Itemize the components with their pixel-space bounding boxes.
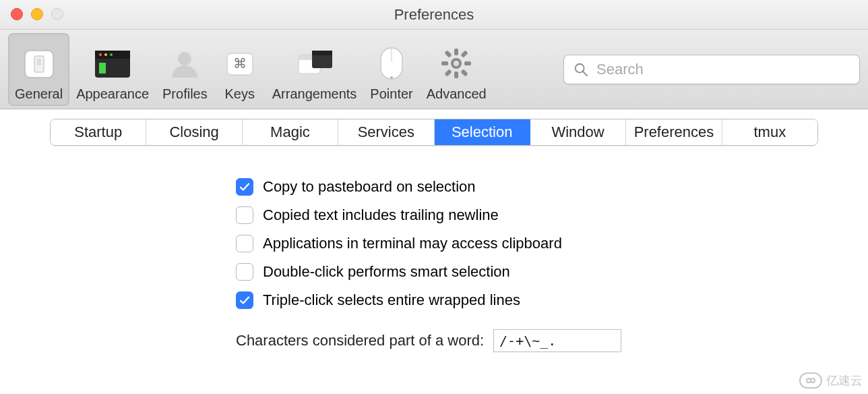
toolbar-item-appearance[interactable]: Appearance xyxy=(69,33,156,106)
tab-services[interactable]: Services xyxy=(338,119,434,145)
titlebar: Preferences xyxy=(0,0,868,30)
general-icon xyxy=(20,45,58,82)
tab-preferences[interactable]: Preferences xyxy=(626,119,722,145)
option-label: Triple-click selects entire wrapped line… xyxy=(263,291,520,309)
search-input[interactable] xyxy=(595,60,850,79)
tab-magic[interactable]: Magic xyxy=(243,119,338,145)
tab-label: Preferences xyxy=(634,123,714,141)
window-title: Preferences xyxy=(394,6,474,24)
svg-line-30 xyxy=(583,71,587,75)
toolbar-item-keys[interactable]: ⌘ Keys xyxy=(214,33,266,106)
svg-rect-8 xyxy=(99,63,106,74)
svg-rect-24 xyxy=(445,50,452,57)
svg-point-6 xyxy=(104,53,107,56)
toolbar-label: Keys xyxy=(225,86,255,102)
toolbar-item-pointer[interactable]: Pointer xyxy=(363,33,419,106)
tab-label: tmux xyxy=(753,123,786,141)
toolbar-label: Profiles xyxy=(162,86,208,102)
svg-point-18 xyxy=(390,76,393,79)
appearance-icon xyxy=(94,45,131,82)
svg-rect-21 xyxy=(454,72,458,78)
option-label: Copied text includes trailing newline xyxy=(263,206,499,224)
checkbox-trailing-newline[interactable] xyxy=(236,206,253,224)
svg-point-7 xyxy=(110,53,113,56)
checkbox-triple-click-wrapped[interactable] xyxy=(236,291,253,309)
svg-rect-26 xyxy=(461,50,468,57)
svg-rect-25 xyxy=(461,69,468,76)
selection-pane: Copy to pasteboard on selection Copied t… xyxy=(0,146,868,352)
checkbox-apps-access-clipboard[interactable] xyxy=(236,235,253,252)
tab-label: Startup xyxy=(74,123,122,141)
pointer-icon xyxy=(373,45,410,82)
zoom-window-button[interactable] xyxy=(51,8,63,20)
close-window-button[interactable] xyxy=(11,8,23,20)
minimize-window-button[interactable] xyxy=(31,8,43,20)
window-controls xyxy=(11,8,63,20)
word-chars-input[interactable] xyxy=(493,329,621,352)
svg-rect-20 xyxy=(454,49,458,55)
general-subtabs: Startup Closing Magic Services Selection… xyxy=(50,119,818,146)
toolbar-item-advanced[interactable]: Advanced xyxy=(420,33,493,106)
tab-startup[interactable]: Startup xyxy=(51,119,146,145)
toolbar-item-profiles[interactable]: Profiles xyxy=(156,33,214,106)
arrangements-icon xyxy=(296,45,334,82)
tab-label: Services xyxy=(358,123,414,141)
option-label: Copy to pasteboard on selection xyxy=(263,178,476,196)
toolbar-label: General xyxy=(15,86,63,102)
search-field-wrap[interactable] xyxy=(563,55,860,84)
svg-rect-15 xyxy=(312,51,332,55)
option-label: Applications in terminal may access clip… xyxy=(263,235,562,252)
checkbox-copy-on-selection[interactable] xyxy=(236,178,253,196)
toolbar-label: Arrangements xyxy=(272,86,357,102)
svg-point-28 xyxy=(454,61,459,66)
svg-rect-23 xyxy=(464,61,471,65)
toolbar-item-arrangements[interactable]: Arrangements xyxy=(266,33,364,106)
svg-point-9 xyxy=(178,52,191,65)
tab-window[interactable]: Window xyxy=(530,119,626,145)
advanced-icon xyxy=(437,45,475,82)
svg-rect-22 xyxy=(441,61,448,65)
tab-label: Selection xyxy=(452,123,513,141)
watermark: 亿速云 xyxy=(799,372,863,389)
tab-label: Window xyxy=(551,123,604,141)
watermark-icon xyxy=(799,372,822,389)
svg-rect-27 xyxy=(445,69,452,76)
preferences-toolbar: General Appearance Profiles ⌘ Keys Arran… xyxy=(0,30,868,109)
tab-tmux[interactable]: tmux xyxy=(722,119,817,145)
tab-label: Magic xyxy=(270,123,310,141)
watermark-text: 亿速云 xyxy=(826,372,863,389)
word-chars-label: Characters considered part of a word: xyxy=(236,332,484,349)
search-icon xyxy=(574,62,588,77)
tab-label: Closing xyxy=(169,123,218,141)
toolbar-label: Appearance xyxy=(76,86,149,102)
svg-text:⌘: ⌘ xyxy=(233,56,247,71)
toolbar-label: Advanced xyxy=(427,86,487,102)
profiles-icon xyxy=(166,45,204,82)
svg-rect-2 xyxy=(37,59,41,65)
tab-closing[interactable]: Closing xyxy=(146,119,242,145)
tab-selection[interactable]: Selection xyxy=(435,119,530,145)
toolbar-label: Pointer xyxy=(370,86,412,102)
keys-icon: ⌘ xyxy=(221,45,259,82)
toolbar-item-general[interactable]: General xyxy=(8,33,69,106)
checkbox-double-click-smart[interactable] xyxy=(236,263,253,281)
svg-point-5 xyxy=(99,53,102,56)
option-label: Double-click performs smart selection xyxy=(263,263,510,281)
